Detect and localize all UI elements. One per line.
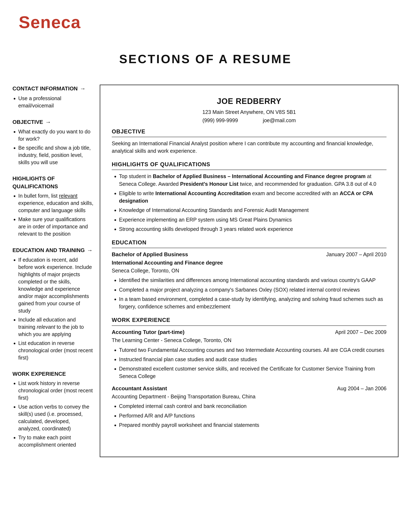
resume-section-objective: OBJECTIVE Seeking an International Finan… bbox=[112, 128, 386, 155]
list-item: List education in reverse chronological … bbox=[18, 340, 93, 361]
resume-box: JOE REDBERRY 123 Main Street Anywhere, O… bbox=[100, 85, 399, 457]
list-item: Top student in Bachelor of Applied Busin… bbox=[119, 172, 386, 188]
list-item: Use a professional email/voicemail bbox=[18, 95, 93, 109]
list-item: Prepared monthly payroll worksheet and f… bbox=[119, 421, 386, 429]
list-item: Use action verbs to convey the skill(s) … bbox=[18, 403, 93, 432]
list-item: Knowledge of International Accounting St… bbox=[119, 206, 386, 214]
resume-highlights-title: HIGHLIGHTS OF QUALIFICATIONS bbox=[112, 161, 386, 170]
resume-section-work: WORK EXPERIENCE Accounting Tutor (part-t… bbox=[112, 316, 386, 429]
job-bullets-2: Completed internal cash control and bank… bbox=[119, 402, 386, 429]
list-item: Instructed financial plan case studies a… bbox=[119, 356, 386, 363]
job-dates-1: April 2007 – Dec 2009 bbox=[335, 328, 386, 336]
sidebar-list-objective: What exactly do you want to do for work?… bbox=[18, 128, 93, 166]
resume-objective-text: Seeking an International Financial Analy… bbox=[112, 140, 386, 155]
resume-section-highlights: HIGHLIGHTS OF QUALIFICATIONS Top student… bbox=[112, 161, 386, 233]
education-header: Bachelor of Applied Business January 200… bbox=[112, 251, 386, 258]
resume-objective-title: OBJECTIVE bbox=[112, 128, 386, 137]
sidebar-list-contact: Use a professional email/voicemail bbox=[18, 95, 93, 109]
list-item: Include all education and training relev… bbox=[18, 316, 93, 338]
list-item: Tutored two Fundamental Accounting cours… bbox=[119, 346, 386, 354]
list-item: Demonstrated excellent customer service … bbox=[119, 365, 386, 380]
list-item: Be specific and show a job title, indust… bbox=[18, 144, 93, 166]
sidebar-section-title-highlights: HIGHLIGHTS OF QUALIFICATIONS bbox=[12, 175, 93, 190]
sidebar-section-education: EDUCATION AND TRAINING → If education is… bbox=[12, 246, 93, 361]
resume-email: joe@mail.com bbox=[263, 117, 296, 124]
education-degree: Bachelor of Applied Business bbox=[112, 251, 188, 258]
job-dates-2: Aug 2004 – Jan 2006 bbox=[337, 385, 386, 392]
sidebar-list-education: If education is recent, add before work … bbox=[18, 256, 93, 361]
sidebar-section-title-work: WORK EXPERIENCE bbox=[12, 370, 93, 378]
resume-address: 123 Main Street Anywhere, ON V8S 5B1 bbox=[112, 108, 386, 116]
list-item: In a team based environment, completed a… bbox=[119, 295, 386, 311]
main-layout: CONTACT INFORMATION → Use a professional… bbox=[12, 85, 399, 457]
resume-highlights-list: Top student in Bachelor of Applied Busin… bbox=[119, 172, 386, 233]
job-title-2: Accountant Assistant bbox=[112, 385, 167, 393]
logo-text: Seneca bbox=[19, 13, 81, 32]
resume-name: JOE REDBERRY bbox=[112, 95, 386, 107]
list-item: Experience implementing an ERP system us… bbox=[119, 216, 386, 223]
sidebar-section-contact: CONTACT INFORMATION → Use a professional… bbox=[12, 85, 93, 109]
arrow-objective-icon: → bbox=[45, 118, 51, 127]
sidebar-section-title-objective: OBJECTIVE → bbox=[12, 118, 93, 127]
list-item: Eligible to write International Accounti… bbox=[119, 190, 386, 205]
list-item: In bullet form, list relevant experience… bbox=[18, 192, 93, 214]
list-item: Make sure your qualifications are in ord… bbox=[18, 216, 93, 238]
resume-section-education: EDUCATION Bachelor of Applied Business J… bbox=[112, 238, 386, 310]
list-item: Try to make each point accomplishment or… bbox=[18, 434, 93, 448]
education-bullets: Identified the similarities and differen… bbox=[119, 276, 386, 310]
logo: Seneca bbox=[19, 12, 81, 32]
arrow-education-icon: → bbox=[87, 246, 93, 255]
sidebar-section-title-education: EDUCATION AND TRAINING → bbox=[12, 246, 93, 255]
education-org: Seneca College, Toronto, ON bbox=[112, 267, 386, 274]
resume-contact-line: (999) 999-9999 joe@mail.com bbox=[112, 117, 386, 124]
resume-education-title: EDUCATION bbox=[112, 238, 386, 248]
sidebar: CONTACT INFORMATION → Use a professional… bbox=[12, 85, 100, 457]
list-item: Completed internal cash control and bank… bbox=[119, 402, 386, 410]
sidebar-section-work: WORK EXPERIENCE List work history in rev… bbox=[12, 370, 93, 448]
list-item: Strong accounting skills developed throu… bbox=[119, 225, 386, 233]
list-item: Completed a major project analyzing a co… bbox=[119, 286, 386, 294]
list-item: What exactly do you want to do for work? bbox=[18, 128, 93, 142]
sidebar-list-work: List work history in reverse chronologic… bbox=[18, 380, 93, 448]
sidebar-section-highlights: HIGHLIGHTS OF QUALIFICATIONS In bullet f… bbox=[12, 175, 93, 237]
job-org-1: The Learning Center - Seneca College, To… bbox=[112, 336, 386, 344]
resume-work-title: WORK EXPERIENCE bbox=[112, 316, 386, 326]
education-subdegree: International Accounting and Finance deg… bbox=[112, 259, 386, 266]
job-header-2: Accountant Assistant Aug 2004 – Jan 2006 bbox=[112, 385, 386, 393]
sidebar-section-title-contact: CONTACT INFORMATION → bbox=[12, 85, 93, 93]
page-title: SECTIONS OF A RESUME bbox=[0, 52, 411, 66]
job-bullets-1: Tutored two Fundamental Accounting cours… bbox=[119, 346, 386, 380]
sidebar-list-highlights: In bullet form, list relevant experience… bbox=[18, 192, 93, 238]
job-header-1: Accounting Tutor (part-time) April 2007 … bbox=[112, 328, 386, 336]
resume-phone: (999) 999-9999 bbox=[203, 117, 238, 124]
job-title-1: Accounting Tutor (part-time) bbox=[112, 328, 184, 336]
list-item: List work history in reverse chronologic… bbox=[18, 380, 93, 401]
arrow-contact-icon: → bbox=[80, 85, 85, 93]
list-item: If education is recent, add before work … bbox=[18, 256, 93, 314]
education-dates: January 2007 – April 2010 bbox=[326, 251, 387, 258]
job-org-2: Accounting Department - Beijing Transpor… bbox=[112, 393, 386, 400]
sidebar-section-objective: OBJECTIVE → What exactly do you want to … bbox=[12, 118, 93, 166]
list-item: Performed A/R and A/P functions bbox=[119, 412, 386, 419]
list-item: Identified the similarities and differen… bbox=[119, 276, 386, 284]
